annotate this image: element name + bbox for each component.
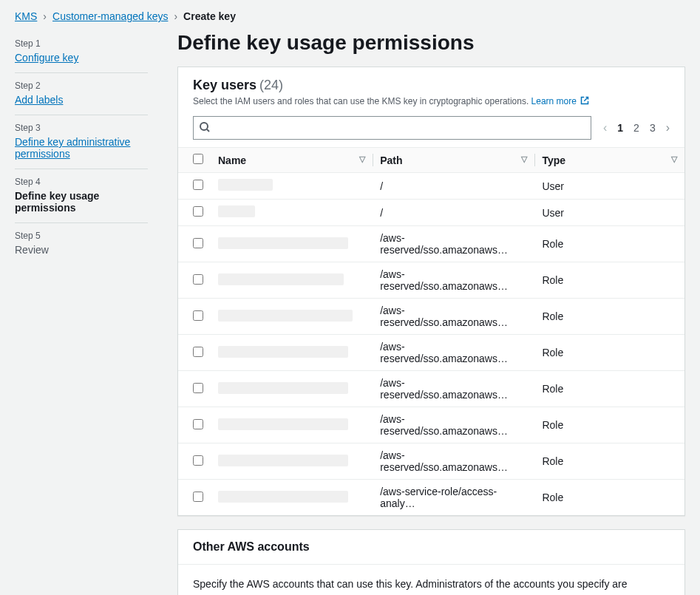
cell-path: /aws-reserved/sso.amazonaws… [373,407,534,443]
cell-name [211,407,373,443]
cell-name [211,480,373,516]
cell-type: Role [534,407,684,443]
table-row: /aws-service-role/access-analy…Role [178,480,684,516]
row-checkbox[interactable] [193,274,203,285]
page-2[interactable]: 2 [633,122,639,134]
cell-name [211,262,373,299]
panel-desc: Select the IAM users and roles that can … [193,96,529,106]
table-row: /aws-reserved/sso.amazonaws…Role [178,407,684,443]
cell-type: User [534,200,684,226]
other-accounts-panel: Other AWS accounts Specify the AWS accou… [177,529,685,595]
table-row: /User [178,200,684,226]
step-admin-permissions[interactable]: Define key administrative permissions [15,136,148,160]
page-3[interactable]: 3 [650,122,656,134]
cell-path: / [373,173,534,200]
cell-path: /aws-reserved/sso.amazonaws… [373,226,534,262]
search-input[interactable] [193,116,591,140]
cell-name [211,443,373,480]
cell-path: /aws-reserved/sso.amazonaws… [373,335,534,371]
table-row: /User [178,173,684,200]
col-name[interactable]: Name▽ [211,148,373,173]
col-type[interactable]: Type▽ [534,148,684,173]
panel-desc: Specify the AWS accounts that can use th… [193,578,628,595]
table-row: /aws-reserved/sso.amazonaws…Role [178,335,684,371]
page-prev[interactable]: ‹ [603,121,607,135]
cell-name [211,335,373,371]
cell-path: /aws-service-role/access-analy… [373,480,534,516]
sort-icon[interactable]: ▽ [521,154,527,164]
key-users-table: Name▽ Path▽ Type▽ /User/User/aws-reserve… [178,147,684,515]
row-checkbox[interactable] [193,238,203,248]
page-1[interactable]: 1 [617,122,623,134]
row-checkbox[interactable] [193,419,203,429]
cell-name [211,226,373,262]
row-checkbox[interactable] [193,347,203,357]
svg-point-0 [200,123,208,130]
cell-type: Role [534,443,684,480]
cell-type: Role [534,262,684,299]
step-label: Step 5 [15,231,148,241]
page-title: Define key usage permissions [177,31,685,55]
cell-type: Role [534,299,684,335]
cell-name [211,200,373,226]
panel-title: Other AWS accounts [178,530,684,565]
row-checkbox[interactable] [193,455,203,466]
cell-name [211,173,373,200]
row-checkbox[interactable] [193,383,203,393]
cell-path: /aws-reserved/sso.amazonaws… [373,299,534,335]
step-add-labels[interactable]: Add labels [15,94,148,106]
select-all-checkbox[interactable] [193,154,203,164]
cell-type: Role [534,335,684,371]
col-path[interactable]: Path▽ [373,148,534,173]
cell-name [211,299,373,335]
table-row: /aws-reserved/sso.amazonaws…Role [178,443,684,480]
cell-path: / [373,200,534,226]
chevron-right-icon: › [174,10,177,22]
table-row: /aws-reserved/sso.amazonaws…Role [178,262,684,299]
step-label: Step 2 [15,81,148,91]
cell-path: /aws-reserved/sso.amazonaws… [373,443,534,480]
breadcrumb-section[interactable]: Customer-managed keys [52,10,168,22]
pagination: ‹ 1 2 3 › [603,121,670,135]
step-configure-key[interactable]: Configure key [15,52,148,64]
step-label: Step 3 [15,123,148,133]
sort-icon[interactable]: ▽ [359,154,365,164]
cell-path: /aws-reserved/sso.amazonaws… [373,371,534,407]
sort-icon[interactable]: ▽ [671,154,677,164]
page-next[interactable]: › [666,121,670,135]
key-users-panel: Key users (24) Select the IAM users and … [177,67,685,516]
learn-more-link[interactable]: Learn more [531,96,590,106]
row-checkbox[interactable] [193,206,203,217]
cell-type: Role [534,371,684,407]
breadcrumb-root[interactable]: KMS [15,10,37,22]
table-row: /aws-reserved/sso.amazonaws…Role [178,226,684,262]
wizard-steps: Step 1 Configure key Step 2 Add labels S… [15,31,148,595]
panel-title: Key users [193,78,256,92]
cell-name [211,371,373,407]
cell-type: Role [534,226,684,262]
chevron-right-icon: › [43,10,47,22]
external-link-icon [580,96,589,107]
search-icon [199,121,211,135]
step-label: Step 4 [15,177,148,187]
row-checkbox[interactable] [193,492,203,502]
cell-path: /aws-reserved/sso.amazonaws… [373,262,534,299]
row-checkbox[interactable] [193,180,203,190]
table-row: /aws-reserved/sso.amazonaws…Role [178,299,684,335]
step-review: Review [15,244,148,256]
cell-type: Role [534,480,684,516]
breadcrumb: KMS › Customer-managed keys › Create key [15,10,685,22]
step-label: Step 1 [15,38,148,49]
panel-count: (24) [259,78,283,92]
breadcrumb-current: Create key [183,10,236,22]
row-checkbox[interactable] [193,310,203,321]
cell-type: User [534,173,684,200]
table-row: /aws-reserved/sso.amazonaws…Role [178,371,684,407]
step-usage-permissions: Define key usage permissions [15,190,148,214]
